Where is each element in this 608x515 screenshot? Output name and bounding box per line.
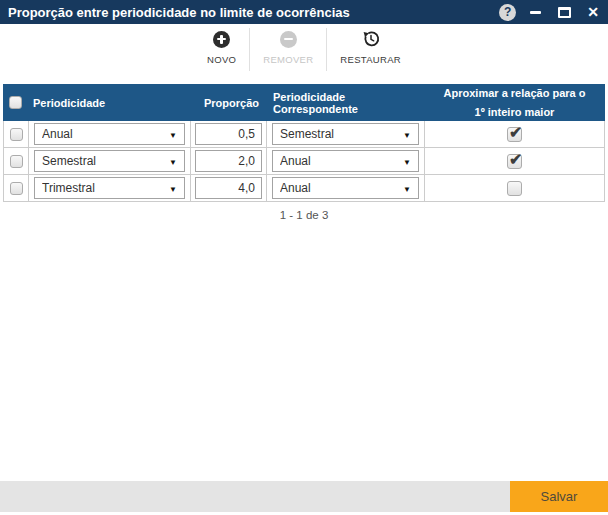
aproximar-checkbox[interactable] [507, 154, 522, 169]
select-all-checkbox[interactable] [9, 96, 22, 109]
proporcao-table: Periodicidade Proporção Periodicidade Co… [3, 84, 605, 221]
select-value: Semestral [42, 154, 96, 168]
footer-bar: Salvar [0, 481, 608, 512]
proporcao-input[interactable] [195, 150, 262, 172]
proporcao-input[interactable] [195, 123, 262, 145]
correspondente-select[interactable]: Anual [272, 150, 419, 172]
restaurar-button[interactable]: RESTAURAR [329, 26, 412, 76]
toolbar: NOVO REMOVER RESTAURAR [0, 26, 608, 76]
minimize-button[interactable] [530, 11, 558, 14]
maximize-icon [558, 7, 571, 18]
table-row: Trimestral Anual [3, 175, 605, 202]
novo-button[interactable]: NOVO [196, 26, 247, 76]
dialog-title: Proporção entre periodicidade no limite … [8, 5, 350, 20]
remover-button[interactable]: REMOVER [252, 26, 324, 76]
periodicidade-select[interactable]: Anual [34, 123, 185, 145]
novo-label: NOVO [207, 54, 236, 65]
save-button[interactable]: Salvar [510, 481, 608, 512]
aproximar-checkbox[interactable] [507, 127, 522, 142]
select-value: Anual [42, 127, 73, 141]
chevron-down-icon [403, 154, 411, 168]
select-value: Trimestral [42, 181, 95, 195]
table-row: Semestral Anual [3, 148, 605, 175]
correspondente-select[interactable]: Anual [272, 177, 419, 199]
chevron-down-icon [169, 181, 177, 195]
header-correspondente: Periodicidade Correspondente [266, 84, 424, 121]
chevron-down-icon [169, 127, 177, 141]
aproximar-checkbox[interactable] [507, 181, 522, 196]
restore-history-icon [362, 30, 380, 48]
periodicidade-select[interactable]: Trimestral [34, 177, 185, 199]
chevron-down-icon [403, 127, 411, 141]
row-select-checkbox[interactable] [10, 128, 23, 141]
header-proporcao: Proporção [190, 84, 266, 121]
plus-circle-icon [213, 31, 230, 48]
periodicidade-select[interactable]: Semestral [34, 150, 185, 172]
pagination-label: 1 - 1 de 3 [3, 202, 605, 221]
help-icon[interactable]: ? [499, 4, 516, 21]
chevron-down-icon [169, 154, 177, 168]
chevron-down-icon [403, 181, 411, 195]
select-value: Anual [280, 181, 311, 195]
toolbar-divider [249, 28, 250, 71]
remover-label: REMOVER [263, 54, 313, 65]
select-value: Semestral [280, 127, 334, 141]
table-header-row: Periodicidade Proporção Periodicidade Co… [3, 84, 605, 121]
table-row: Anual Semestral [3, 121, 605, 148]
close-button[interactable]: ✕ [587, 5, 599, 19]
header-aproximar: Aproximar a relação para o 1º inteiro ma… [424, 84, 605, 121]
minus-circle-icon [280, 31, 297, 48]
row-select-checkbox[interactable] [10, 182, 23, 195]
select-value: Anual [280, 154, 311, 168]
dialog-proporcao-periodicidade: Proporção entre periodicidade no limite … [0, 0, 608, 515]
proporcao-input[interactable] [195, 177, 262, 199]
maximize-button[interactable] [558, 7, 587, 18]
titlebar: Proporção entre periodicidade no limite … [0, 0, 608, 24]
minimize-icon [530, 11, 541, 14]
correspondente-select[interactable]: Semestral [272, 123, 419, 145]
restaurar-label: RESTAURAR [340, 54, 401, 65]
header-periodicidade: Periodicidade [28, 84, 190, 121]
row-select-checkbox[interactable] [10, 155, 23, 168]
titlebar-controls: ? ✕ [499, 0, 608, 24]
toolbar-divider [326, 28, 327, 71]
